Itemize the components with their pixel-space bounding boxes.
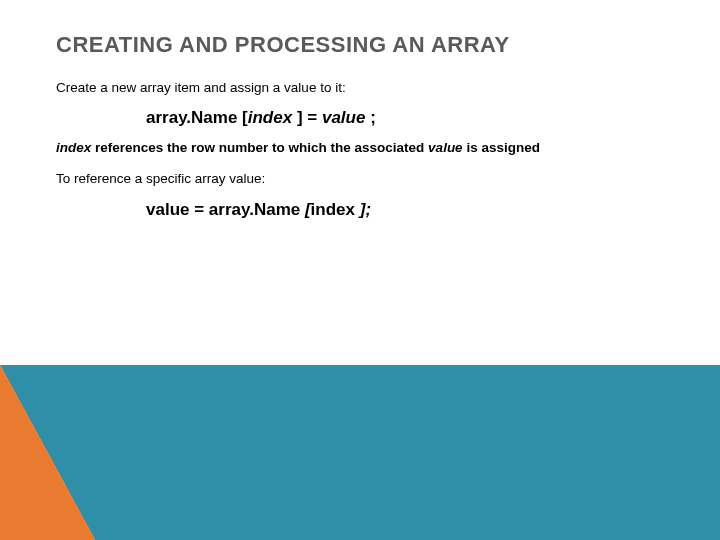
- footer-shape: [0, 365, 720, 540]
- code1-part-e: ;: [365, 108, 375, 127]
- ref-value: value: [428, 140, 463, 155]
- code1-index: index: [248, 108, 292, 127]
- code-example-1: array.Name [index ] = value ;: [146, 108, 680, 128]
- intro-text-1: Create a new array item and assign a val…: [56, 78, 680, 98]
- code1-part-c: ] =: [292, 108, 322, 127]
- teal-polygon-shape: [0, 365, 720, 540]
- code1-part-a: array.Name [: [146, 108, 248, 127]
- slide: CREATING AND PROCESSING AN ARRAY Create …: [0, 0, 720, 540]
- code2-part-a: value = array.Name: [146, 200, 305, 219]
- ref-index: index: [56, 140, 91, 155]
- code1-value: value: [322, 108, 365, 127]
- reference-explanation: index references the row number to which…: [56, 140, 680, 155]
- content-area: CREATING AND PROCESSING AN ARRAY Create …: [56, 32, 680, 232]
- code2-bracket-close: ];: [360, 200, 371, 219]
- ref-mid: references the row number to which the a…: [91, 140, 428, 155]
- slide-title: CREATING AND PROCESSING AN ARRAY: [56, 32, 680, 58]
- intro-text-2: To reference a specific array value:: [56, 169, 680, 189]
- code-example-2: value = array.Name [index ];: [146, 200, 680, 220]
- code2-index: index: [311, 200, 360, 219]
- ref-end: is assigned: [463, 140, 540, 155]
